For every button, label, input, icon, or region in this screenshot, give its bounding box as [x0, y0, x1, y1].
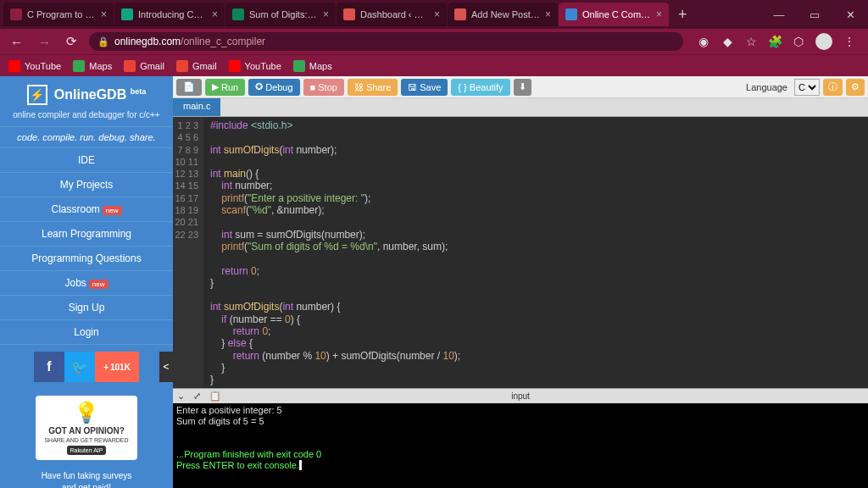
promo-brand: Rakuten AIP: [67, 446, 107, 455]
settings-button[interactable]: ⚙: [846, 79, 865, 96]
promo-title: GOT AN OPINION?: [41, 426, 132, 435]
sidebar-item[interactable]: Programming Questions: [0, 246, 173, 270]
terminal-expand-icon[interactable]: ⤢: [189, 391, 205, 402]
toolbar: 📄 ▶ Run ✪ Debug ■ Stop ⛓ Share 🖫 Save { …: [173, 76, 868, 98]
back-button[interactable]: ←: [7, 35, 26, 49]
stop-button[interactable]: ■ Stop: [303, 79, 344, 96]
bookmark-label: Maps: [89, 61, 112, 71]
close-tab-icon[interactable]: ×: [656, 8, 662, 20]
sidebar-item[interactable]: Login: [0, 319, 173, 344]
lightbulb-icon: 💡: [41, 401, 132, 424]
browser-tab[interactable]: Introducing ChatGPT×: [114, 3, 225, 26]
help-button[interactable]: ⓘ: [823, 79, 843, 96]
bookmark-icon: [73, 60, 85, 72]
extension-icon[interactable]: ◉: [697, 35, 710, 48]
browser-actions: ◉ ◆ ☆ 🧩 ⬡ ⋮: [692, 33, 861, 50]
close-tab-icon[interactable]: ×: [101, 8, 107, 20]
update-icon[interactable]: ⬡: [792, 35, 805, 48]
bookmark-item[interactable]: Maps: [73, 60, 112, 72]
new-file-button[interactable]: 📄: [176, 79, 202, 96]
tab-title: Online C Compiler - o: [582, 9, 651, 19]
bookmark-star-icon[interactable]: ☆: [744, 35, 758, 48]
menu-icon[interactable]: ⋮: [843, 35, 856, 48]
addthis-button[interactable]: + 101K: [95, 352, 139, 382]
terminal-output[interactable]: Enter a positive integer: 5 Sum of digit…: [173, 403, 868, 488]
favicon: [232, 8, 244, 20]
window-controls: — ▭ ✕: [761, 0, 868, 29]
profile-avatar[interactable]: [815, 33, 832, 50]
bookmark-item[interactable]: Gmail: [124, 60, 164, 72]
browser-tab[interactable]: C Program to Find the×: [3, 3, 114, 26]
url-path: /online_c_compiler: [181, 36, 265, 47]
share-button[interactable]: ⛓ Share: [348, 79, 398, 96]
sidebar-item[interactable]: Sign Up: [0, 295, 173, 319]
promo-text: Have fun taking surveysand get paid!: [0, 467, 173, 488]
bookmark-label: YouTube: [245, 61, 281, 71]
new-badge: new: [103, 206, 122, 215]
app-container: ⚡ OnlineGDB beta online compiler and deb…: [0, 76, 868, 488]
code-editor[interactable]: 1 2 3 4 5 6 7 8 9 10 11 12 13 14 15 16 1…: [173, 117, 868, 388]
download-button[interactable]: ⬇: [514, 79, 531, 96]
maximize-button[interactable]: ▭: [797, 0, 832, 29]
run-button[interactable]: ▶ Run: [205, 79, 245, 96]
reload-button[interactable]: ⟳: [63, 34, 81, 49]
url-input[interactable]: 🔒 onlinegdb.com/online_c_compiler: [89, 32, 683, 51]
browser-tab[interactable]: Online C Compiler - o×: [559, 3, 669, 26]
bookmark-label: YouTube: [25, 61, 61, 71]
close-tab-icon[interactable]: ×: [212, 8, 218, 20]
extension-icon[interactable]: ◆: [721, 35, 734, 48]
favicon: [121, 8, 133, 20]
bookmark-item[interactable]: Maps: [293, 60, 332, 72]
bookmark-item[interactable]: YouTube: [229, 60, 281, 72]
brand-subtitle: online compiler and debugger for c/c++: [0, 108, 173, 126]
bookmark-item[interactable]: YouTube: [8, 60, 61, 72]
code-content[interactable]: #include <stdio.h> int sumOfDigits(int n…: [203, 117, 868, 388]
forward-button[interactable]: →: [35, 35, 54, 49]
close-tab-icon[interactable]: ×: [434, 8, 440, 20]
favicon: [454, 8, 466, 20]
brand-name: OnlineGDB: [54, 87, 126, 102]
promo-subtitle: SHARE AND GET REWARDED: [41, 437, 132, 443]
browser-tab[interactable]: Dashboard ‹ Develope×: [337, 3, 447, 26]
logo[interactable]: ⚡ OnlineGDB beta: [0, 76, 173, 108]
debug-button[interactable]: ✪ Debug: [248, 79, 299, 96]
extensions-icon[interactable]: 🧩: [768, 35, 782, 48]
bookmark-label: Gmail: [192, 61, 217, 71]
tab-title: Add New Post ‹ Devel: [471, 9, 540, 19]
sidebar-collapse-button[interactable]: <: [159, 352, 173, 382]
promo-ad[interactable]: 💡 GOT AN OPINION? SHARE AND GET REWARDED…: [36, 396, 137, 460]
browser-tab[interactable]: Sum of Digits: Recurs×: [225, 3, 336, 26]
language-label: Language: [746, 82, 787, 92]
language-select[interactable]: C: [794, 79, 820, 96]
browser-tab[interactable]: Add New Post ‹ Devel×: [448, 3, 558, 26]
bolt-icon: ⚡: [27, 85, 47, 105]
twitter-button[interactable]: 🐦: [64, 352, 95, 382]
new-tab-button[interactable]: +: [670, 6, 696, 24]
bookmark-item[interactable]: Gmail: [176, 60, 217, 72]
close-tab-icon[interactable]: ×: [323, 8, 329, 20]
sidebar-item[interactable]: Classroomnew: [0, 197, 173, 221]
beautify-button[interactable]: { } Beautify: [451, 79, 509, 96]
bookmark-icon: [293, 60, 305, 72]
sidebar-item[interactable]: Learn Programming: [0, 221, 173, 246]
minimize-button[interactable]: —: [761, 0, 797, 29]
lock-icon: 🔒: [97, 36, 109, 47]
facebook-button[interactable]: f: [34, 352, 64, 382]
sidebar-item[interactable]: Jobsnew: [0, 270, 173, 295]
sidebar-item[interactable]: My Projects: [0, 172, 173, 197]
sidebar-item[interactable]: IDE: [0, 147, 173, 172]
terminal-copy-icon[interactable]: 📋: [205, 391, 225, 402]
new-badge: new: [89, 280, 108, 289]
bookmarks-bar: YouTubeMapsGmailGmailYouTubeMaps: [0, 54, 868, 76]
tab-title: C Program to Find the: [27, 9, 96, 19]
close-window-button[interactable]: ✕: [832, 0, 868, 29]
bookmark-icon: [229, 60, 241, 72]
file-tab-main-c[interactable]: main.c: [173, 98, 220, 116]
bookmark-label: Maps: [309, 61, 332, 71]
terminal-collapse-icon[interactable]: ⌄: [173, 391, 189, 402]
save-button[interactable]: 🖫 Save: [401, 79, 448, 96]
main-pane: 📄 ▶ Run ✪ Debug ■ Stop ⛓ Share 🖫 Save { …: [173, 76, 868, 488]
bookmark-icon: [124, 60, 136, 72]
close-tab-icon[interactable]: ×: [545, 8, 551, 20]
tab-title: Introducing ChatGPT: [138, 9, 207, 19]
